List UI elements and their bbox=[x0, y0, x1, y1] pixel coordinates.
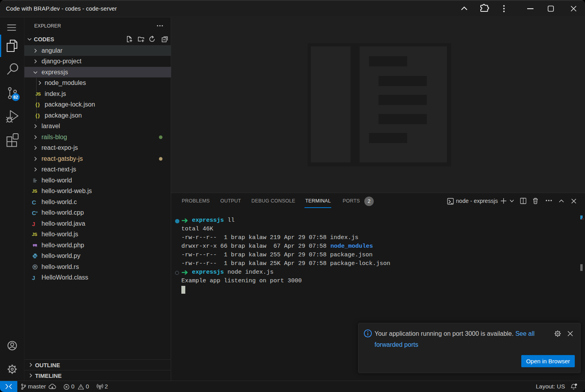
svg-text:R: R bbox=[34, 265, 36, 269]
